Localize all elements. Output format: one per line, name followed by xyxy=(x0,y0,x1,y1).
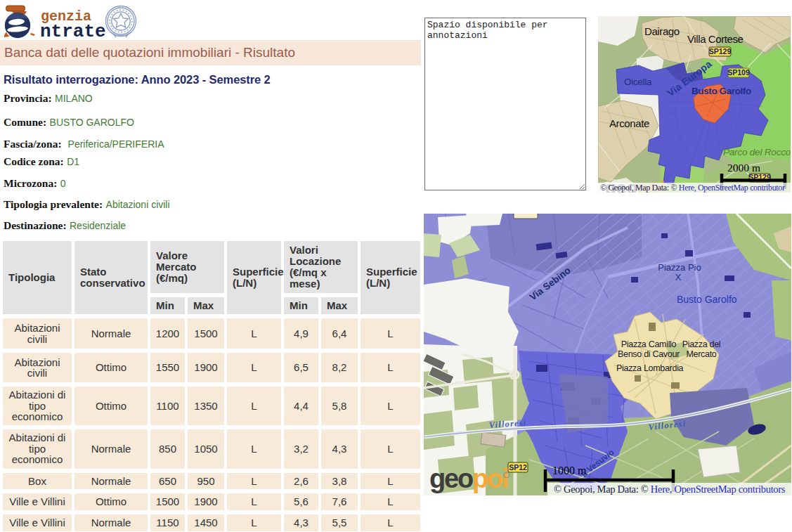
svg-text:Mercato: Mercato xyxy=(686,349,716,359)
svg-text:SP109: SP109 xyxy=(727,68,750,77)
svg-text:Oicella: Oicella xyxy=(624,77,652,87)
svg-text:1000 m: 1000 m xyxy=(552,465,587,476)
svg-text:Piazza Lombardia: Piazza Lombardia xyxy=(616,363,684,373)
svg-text:SP129: SP129 xyxy=(709,47,732,56)
svg-text:Parco del Roccolo: Parco del Roccolo xyxy=(723,147,791,157)
svg-text:Arconate: Arconate xyxy=(609,117,649,129)
svg-text:Piazza del: Piazza del xyxy=(682,339,721,349)
svg-text:Piazza Camillo: Piazza Camillo xyxy=(621,339,677,349)
svg-text:Villa Cortese: Villa Cortese xyxy=(687,33,744,45)
svg-text:Benso di Cavour: Benso di Cavour xyxy=(618,349,680,359)
svg-text:SP12: SP12 xyxy=(509,463,527,472)
svg-text:geopoi: geopoi xyxy=(429,464,507,493)
svg-text:© Geopoi, Map Data: © Here, Op: © Geopoi, Map Data: © Here, OpenStreetMa… xyxy=(600,183,785,193)
svg-text:Piazza Pio: Piazza Pio xyxy=(658,262,701,273)
svg-text:Busto Garolfo: Busto Garolfo xyxy=(677,294,737,305)
svg-text:Busto Garolfo: Busto Garolfo xyxy=(692,86,751,96)
svg-text:ntrate: ntrate xyxy=(40,21,106,41)
svg-text:2000 m: 2000 m xyxy=(727,162,760,174)
svg-text:X: X xyxy=(675,272,682,283)
svg-text:Dairago: Dairago xyxy=(644,25,680,37)
svg-text:© Geopoi, Map Data: © Here, Op: © Geopoi, Map Data: © Here, OpenStreetMa… xyxy=(554,484,786,495)
